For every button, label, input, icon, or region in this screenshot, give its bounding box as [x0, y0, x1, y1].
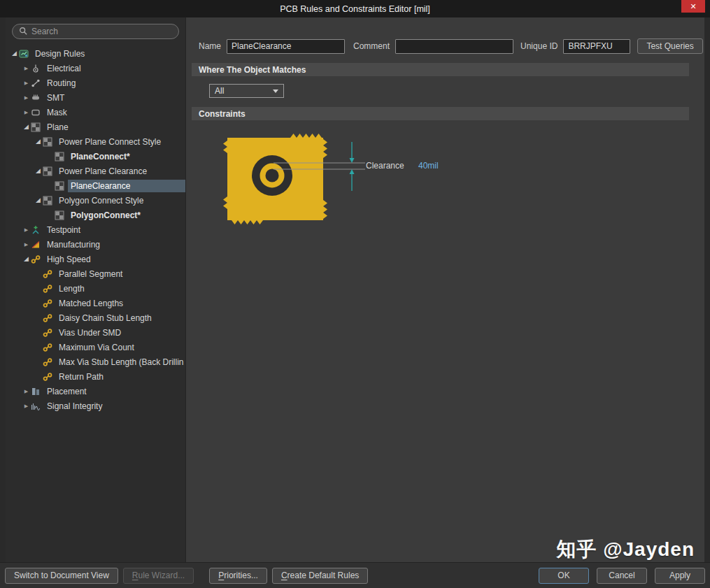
tree-item-label: Matched Lengths [56, 297, 185, 310]
constraint-graphic: Clearance 40mil [222, 132, 460, 230]
tree-item-max-via-stub-length-back-drillin[interactable]: Max Via Stub Length (Back Drillin [6, 354, 185, 369]
search-input[interactable] [31, 27, 172, 36]
testpoint-icon [31, 225, 42, 235]
rules-tree: ◢Design Rules▶Electrical▶Routing▶SMT▶Mas… [6, 46, 185, 562]
tree-collapsed-arrow-icon[interactable]: ▶ [22, 384, 31, 399]
high-speed-icon [43, 269, 54, 279]
apply-button[interactable]: Apply [655, 568, 705, 584]
tree-item-testpoint[interactable]: ▶Testpoint [6, 222, 185, 237]
tree-expanded-arrow-icon[interactable]: ◢ [34, 193, 43, 208]
tree-item-label: PlaneConnect* [68, 150, 185, 163]
close-icon: ✕ [690, 2, 696, 11]
manufacturing-icon [31, 240, 42, 250]
tree-item-polygonconnect[interactable]: PolygonConnect* [6, 208, 185, 222]
unique-id-input[interactable] [563, 39, 630, 54]
search-box [12, 24, 179, 39]
placement-icon [31, 387, 42, 396]
scope-dropdown[interactable]: All [209, 84, 284, 98]
tree-item-matched-lengths[interactable]: Matched Lengths [6, 296, 185, 310]
high-speed-icon [43, 328, 54, 338]
tree-item-design-rules[interactable]: ◢Design Rules [6, 46, 185, 61]
tree-item-length[interactable]: Length [6, 281, 185, 296]
scope-value: All [215, 86, 224, 96]
tree-item-label: Length [56, 282, 185, 295]
unique-id-label: Unique ID [520, 41, 558, 51]
tree-item-smt[interactable]: ▶SMT [6, 90, 185, 105]
tree-item-label: PlaneClearance [68, 180, 185, 192]
tree-collapsed-arrow-icon[interactable]: ▶ [22, 61, 31, 76]
tree-item-maximum-via-count[interactable]: Maximum Via Count [6, 340, 185, 354]
close-button[interactable]: ✕ [681, 0, 705, 13]
smt-icon [31, 93, 42, 103]
dialog-body: ◢Design Rules▶Electrical▶Routing▶SMT▶Mas… [0, 17, 710, 562]
tree-collapsed-arrow-icon[interactable]: ▶ [22, 222, 31, 237]
rule-fields-row: Name Comment Unique ID Test Queries [199, 38, 690, 54]
tree-item-manufacturing[interactable]: ▶Manufacturing [6, 237, 185, 252]
tree-collapsed-arrow-icon[interactable]: ▶ [22, 105, 31, 120]
clearance-label: Clearance [366, 161, 404, 171]
tree-item-plane[interactable]: ◢Plane [6, 120, 185, 134]
footer-bar: Switch to Document ViewRule Wizard...Pri… [0, 562, 710, 588]
tree-item-label: Vias Under SMD [56, 327, 185, 339]
tree-item-label: Routing [44, 77, 185, 89]
test-queries-button[interactable]: Test Queries [637, 38, 702, 54]
tree-item-polygon-connect-style[interactable]: ◢Polygon Connect Style [6, 193, 185, 208]
high-speed-icon [43, 299, 54, 308]
tree-expanded-arrow-icon[interactable]: ◢ [10, 46, 19, 61]
high-speed-icon [43, 357, 54, 367]
high-speed-icon [43, 343, 54, 352]
comment-input[interactable] [395, 39, 513, 54]
tree-item-planeconnect[interactable]: PlaneConnect* [6, 149, 185, 164]
tree-item-mask[interactable]: ▶Mask [6, 105, 185, 120]
priorities-button[interactable]: Priorities... [209, 568, 267, 584]
plane-icon [31, 122, 42, 132]
tree-item-placement[interactable]: ▶Placement [6, 384, 185, 399]
tree-item-power-plane-connect-style[interactable]: ◢Power Plane Connect Style [6, 134, 185, 149]
titlebar: PCB Rules and Constraints Editor [mil] ✕ [0, 0, 710, 17]
high-speed-icon [43, 372, 54, 382]
tree-item-high-speed[interactable]: ◢High Speed [6, 252, 185, 266]
tree-item-label: Return Path [56, 371, 185, 383]
tree-item-label: Plane [44, 121, 185, 134]
high-speed-icon [31, 254, 42, 264]
comment-label: Comment [353, 41, 390, 51]
tree-collapsed-arrow-icon[interactable]: ▶ [22, 76, 31, 90]
create-default-rules-button[interactable]: Create Default Rules [272, 568, 368, 584]
ok-button[interactable]: OK [539, 568, 589, 584]
cancel-button[interactable]: Cancel [597, 568, 647, 584]
clearance-diagram [222, 132, 460, 230]
tree-item-routing[interactable]: ▶Routing [6, 76, 185, 90]
tree-item-signal-integrity[interactable]: ▶Signal Integrity [6, 399, 185, 413]
plane-rule-icon [55, 210, 66, 220]
main-panel: Name Comment Unique ID Test Queries Wher… [186, 17, 704, 562]
tree-expanded-arrow-icon[interactable]: ◢ [34, 134, 43, 149]
tree-expanded-arrow-icon[interactable]: ◢ [22, 120, 31, 134]
tree-item-label: Power Plane Clearance [56, 165, 185, 178]
tree-item-label: Power Plane Connect Style [56, 136, 185, 148]
tree-item-return-path[interactable]: Return Path [6, 369, 185, 384]
tree-collapsed-arrow-icon[interactable]: ▶ [22, 90, 31, 105]
tree-item-vias-under-smd[interactable]: Vias Under SMD [6, 325, 185, 340]
tree-item-label: SMT [44, 92, 185, 104]
tree-expanded-arrow-icon[interactable]: ◢ [34, 164, 43, 178]
tree-item-label: Placement [44, 385, 185, 398]
tree-item-label: High Speed [44, 253, 185, 266]
plane-rule-icon [55, 181, 66, 191]
constraints-section-header: Constraints [192, 107, 689, 120]
name-input[interactable] [227, 39, 345, 54]
tree-item-label: Signal Integrity [44, 400, 185, 413]
high-speed-icon [43, 284, 54, 294]
tree-collapsed-arrow-icon[interactable]: ▶ [22, 399, 31, 413]
tree-item-parallel-segment[interactable]: Parallel Segment [6, 266, 185, 281]
switch-to-document-view-button[interactable]: Switch to Document View [5, 568, 118, 584]
clearance-value[interactable]: 40mil [418, 161, 439, 171]
tree-collapsed-arrow-icon[interactable]: ▶ [22, 237, 31, 252]
tree-item-power-plane-clearance[interactable]: ◢Power Plane Clearance [6, 164, 185, 178]
tree-item-planeclearance[interactable]: PlaneClearance [6, 178, 185, 193]
tree-item-electrical[interactable]: ▶Electrical [6, 61, 185, 76]
tree-item-label: Electrical [44, 62, 185, 75]
tree-item-daisy-chain-stub-length[interactable]: Daisy Chain Stub Length [6, 310, 185, 325]
tree-expanded-arrow-icon[interactable]: ◢ [22, 252, 31, 266]
plane-rule-icon [55, 152, 66, 162]
tree-item-label: Polygon Connect Style [56, 194, 185, 207]
